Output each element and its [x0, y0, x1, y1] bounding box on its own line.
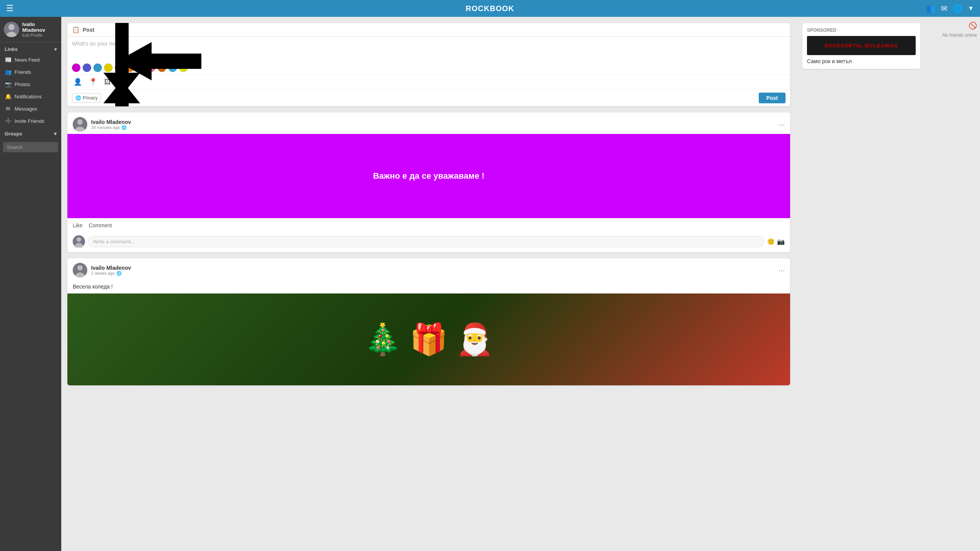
color-swatch-pink[interactable]	[147, 64, 155, 72]
sidebar-item-messages[interactable]: ✉ Messages	[0, 103, 61, 115]
tag-people-button[interactable]: 👤	[72, 77, 83, 87]
post-header-icon: 📋	[72, 26, 80, 33]
comment-row-1: 🙂 📷	[67, 232, 790, 252]
sidebar-photos-label: Photos	[15, 82, 30, 87]
post-menu-icon[interactable]: ···	[778, 120, 785, 129]
right-sidebar: SPONSORED ROCKPORTAL BULGARIAS Само рок …	[796, 17, 926, 551]
feed-post-1-bg-text: Важно е да се уважаваме !	[373, 171, 484, 181]
top-nav-right: 👥 ✉ 🌐 ▼	[926, 4, 974, 13]
feed-post-2-header: Ivailo Mladenov 2 weeks ago 🌐 ···	[67, 258, 790, 280]
camera-icon[interactable]: 📷	[777, 238, 785, 245]
color-swatch-yellow[interactable]	[104, 64, 113, 72]
sidebar-edit-profile-link[interactable]: Edit Profile	[22, 33, 57, 37]
sidebar-item-photos[interactable]: 📷 Photos	[0, 78, 61, 90]
hamburger-menu-icon[interactable]: ☰	[6, 3, 14, 13]
chevron-down-icon[interactable]: ▾	[54, 47, 57, 52]
feed-post-2-image: 🎄 🎁 🎅	[67, 293, 790, 385]
svg-point-1	[8, 24, 15, 30]
feed-post-1-image: Важно е да се уважаваме !	[67, 134, 790, 218]
privacy-button[interactable]: 🌐 Privacy	[72, 93, 101, 103]
sidebar-item-invite-friends[interactable]: ➕ Invite Friends	[0, 115, 61, 127]
edit-button[interactable]: ✏	[116, 77, 125, 87]
invite-friends-icon: ➕	[5, 118, 11, 124]
feed-post-1-avatar[interactable]	[73, 117, 87, 132]
color-picker-row	[67, 61, 790, 74]
groups-chevron-icon[interactable]: ▾	[54, 131, 57, 137]
location-button[interactable]: 📍	[87, 77, 99, 87]
color-swatch-red[interactable]	[115, 64, 123, 72]
sidebar-profile-info: Ivailo Mladenov Edit Profile	[22, 21, 57, 37]
globe-nav-icon[interactable]: 🌐	[953, 4, 962, 13]
privacy-icon: 🌐	[75, 95, 81, 101]
color-swatch-blue[interactable]	[83, 64, 91, 72]
color-swatch-cyan[interactable]	[93, 64, 102, 72]
photos-icon: 📷	[5, 81, 11, 87]
sidebar-item-friends[interactable]: 👥 Friends	[0, 66, 61, 78]
color-swatch-purple[interactable]	[72, 64, 80, 72]
feed-post-2: Ivailo Mladenov 2 weeks ago 🌐 ··· Весела…	[67, 258, 790, 385]
sidebar-invite-label: Invite Friends	[15, 118, 44, 124]
sidebar-messages-label: Messages	[15, 106, 37, 112]
feed-post-1-meta: 29 minutes ago 🌐	[91, 125, 131, 130]
sponsored-banner: ROCKPORTAL BULGARIAS	[807, 36, 916, 55]
feed-post-1-author-name: Ivailo Mladenov	[91, 119, 131, 125]
sidebar-user-name: Ivailo Mladenov	[22, 21, 57, 33]
submit-post-button[interactable]: Post	[759, 93, 786, 103]
feed-post-1-author-info: Ivailo Mladenov 29 minutes ago 🌐	[91, 119, 131, 130]
verified-icon: 🌐	[121, 125, 127, 130]
dropdown-arrow-icon[interactable]: ▼	[968, 5, 974, 12]
no-friends-panel: 🚫 No friends online	[926, 17, 980, 551]
feed-post-1-actions: Like Comment	[67, 218, 790, 232]
christmas-decoration: 🎄 🎁 🎅	[364, 321, 494, 357]
sidebar-profile: Ivailo Mladenov Edit Profile	[0, 17, 61, 42]
christmas-ball-icon: 🎅	[456, 321, 494, 357]
color-swatch-light-blue[interactable]	[168, 64, 177, 72]
emoji-icon[interactable]: 🙂	[767, 238, 775, 245]
top-nav-left: ☰	[6, 3, 14, 13]
notifications-icon: 🔔	[5, 93, 11, 99]
sidebar-item-newsfeed[interactable]: 📰 News Feed	[0, 54, 61, 66]
sidebar-search-container	[3, 142, 58, 152]
comment-button-1[interactable]: Comment	[89, 221, 112, 230]
sidebar-friends-label: Friends	[15, 69, 31, 75]
messages-icon: ✉	[5, 106, 11, 112]
comment-input-1[interactable]	[88, 236, 764, 247]
sidebar-newsfeed-label: News Feed	[15, 57, 40, 63]
christmas-gift-icon: 🎁	[410, 321, 448, 357]
feed-post-2-author-info: Ivailo Mladenov 2 weeks ago 🌐	[91, 265, 131, 276]
svg-point-10	[77, 237, 81, 242]
friends-icon: 👥	[5, 69, 11, 75]
content-area: 📋 Post 👤 📍 🖼 ✏	[61, 17, 796, 551]
main-layout: Ivailo Mladenov Edit Profile Links ▾ 📰 N…	[0, 17, 980, 551]
feed-post-2-body: Весела коледа !	[67, 280, 790, 293]
like-button-1[interactable]: Like	[73, 221, 83, 230]
no-friends-icon: 🚫	[969, 21, 977, 30]
sponsored-description: Само рок и метъл	[807, 58, 916, 64]
color-swatch-brown[interactable]	[158, 64, 166, 72]
photo-button[interactable]: 🖼	[103, 77, 113, 87]
feed-post-2-text: Весела коледа !	[73, 284, 113, 290]
commenter-avatar-1	[73, 235, 85, 248]
color-swatch-bright-yellow[interactable]	[179, 64, 188, 72]
friends-nav-icon[interactable]: 👥	[926, 4, 936, 13]
messages-nav-icon[interactable]: ✉	[941, 4, 947, 13]
top-navigation: ☰ ROCKBOOK 👥 ✉ 🌐 ▼	[0, 0, 980, 17]
post-actions-row: 👤 📍 🖼 ✏	[67, 74, 790, 89]
post-header-label: Post	[83, 27, 94, 33]
feed-post-2-avatar[interactable]	[73, 263, 87, 277]
post-composer: 📋 Post 👤 📍 🖼 ✏	[67, 23, 790, 106]
app-title: ROCKBOOK	[466, 4, 514, 13]
feed-post-2-meta: 2 weeks ago 🌐	[91, 271, 131, 276]
post-text-input[interactable]	[67, 37, 790, 60]
sidebar-links-header: Links ▾	[0, 42, 61, 54]
sidebar-item-notifications[interactable]: 🔔 Notifications	[0, 90, 61, 103]
color-swatch-pink-purple[interactable]	[136, 64, 145, 72]
color-swatch-orange[interactable]	[126, 64, 134, 72]
sidebar-groups-label: Groups	[5, 131, 22, 137]
post-menu-icon-2[interactable]: ···	[778, 266, 785, 275]
search-input[interactable]	[3, 142, 58, 152]
avatar[interactable]	[4, 22, 19, 37]
newsfeed-icon: 📰	[5, 57, 11, 63]
feed-post-2-author-name: Ivailo Mladenov	[91, 265, 131, 271]
sidebar-links-label: Links	[5, 46, 18, 52]
